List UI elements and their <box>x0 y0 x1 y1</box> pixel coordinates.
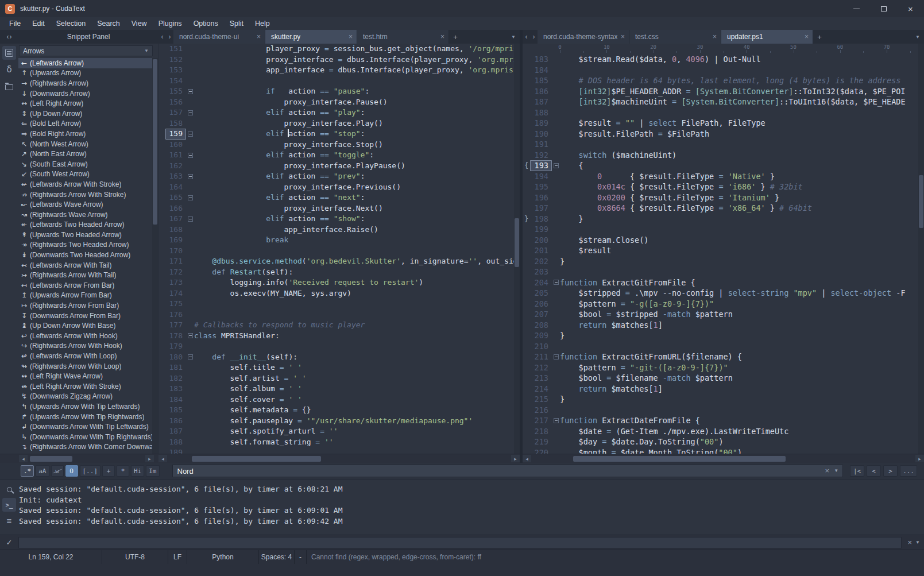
code-line[interactable]: 192 switch ($machineUint) <box>523 150 918 161</box>
validate-icon[interactable]: ✓ <box>0 538 18 547</box>
snippet-item[interactable]: ⇒(Bold Right Arrow) <box>18 129 152 139</box>
code-line[interactable]: 194 0 { $result.FileType = 'Native' } <box>523 171 918 182</box>
search-option-+[interactable]: + <box>102 465 115 477</box>
snippet-item[interactable]: ↮(Left Right Arrow With Stroke) <box>18 381 152 392</box>
code-line[interactable]: 190 $result.FilePath = $FilePath <box>523 129 918 140</box>
snippet-item[interactable]: ↑(Upwards Arrow) <box>18 68 152 79</box>
search-history-icon[interactable]: ▼ <box>834 468 838 473</box>
scroll-left-icon[interactable]: ◂ <box>19 455 28 462</box>
snippet-item[interactable]: ↥(Upwards Arrow From Bar) <box>18 291 152 301</box>
search-option-aA[interactable]: aA <box>36 465 49 477</box>
snippet-item[interactable]: ↬(Rightwards Arrow With Loop) <box>18 361 152 372</box>
code-line[interactable]: 189 <box>158 447 514 454</box>
code-line[interactable]: 187 self.spotify_arturl = '' <box>158 426 514 437</box>
scroll-left-icon[interactable]: ◂ <box>523 455 531 462</box>
sidebar-vscrollbar[interactable] <box>152 58 158 454</box>
tab-scroll-left-icon[interactable]: ‹ <box>158 30 166 44</box>
snippet-item[interactable]: ↭(Left Right Wave Arrow) <box>18 371 152 381</box>
code-line[interactable]: 199 <box>523 224 918 235</box>
search-option-*[interactable]: * <box>117 465 129 477</box>
code-line[interactable]: 165 elif action == "next": <box>158 192 514 203</box>
code-line[interactable]: 181 self.title = ' ' <box>158 362 514 373</box>
code-line[interactable]: 186 self.pauseplay = '"/usr/share/skutte… <box>158 416 514 427</box>
snippet-item[interactable]: ↜(Leftwards Wave Arrow) <box>18 199 152 210</box>
snippet-item[interactable]: ↢(Leftwards Arrow With Tail) <box>18 260 152 270</box>
new-tab-button[interactable]: + <box>813 30 826 44</box>
panel-close-icon[interactable]: × <box>907 538 912 547</box>
code-line[interactable]: 174 os.execv(MY_NAME, sys.argv) <box>158 288 514 299</box>
code-line[interactable]: 167 elif action == "show": <box>158 214 514 225</box>
tab-scroll-left-icon[interactable]: ‹ <box>523 30 530 44</box>
fold-marker-icon[interactable] <box>554 163 559 168</box>
menu-file[interactable]: File <box>3 17 26 30</box>
code-line[interactable]: 157 elif action == "play": <box>158 107 514 118</box>
scroll-left-icon[interactable]: ◂ <box>158 455 167 462</box>
snippet-item[interactable]: ↝(Rightwards Wave Arrow) <box>18 210 152 220</box>
code-area-powershell[interactable]: 183 $stream.Read($data, 0, 4096) | Out-N… <box>523 54 918 454</box>
menu-options[interactable]: Options <box>188 17 224 30</box>
snippet-item[interactable]: ↣(Rightwards Arrow With Tail) <box>18 270 152 280</box>
code-area-python[interactable]: 151 player_proxy = session_bus.get_objec… <box>158 44 514 454</box>
search-option-[..][interactable]: [..] <box>80 465 101 477</box>
code-line[interactable]: 207 $bool = $stripped -match $pattern <box>523 309 918 320</box>
menu-plugins[interactable]: Plugins <box>153 17 188 30</box>
sidebar-hscrollbar[interactable]: ◂ ▸ <box>0 454 158 463</box>
snippet-item[interactable]: ↩(Leftwards Arrow With Hook) <box>18 331 152 341</box>
menu-help[interactable]: Help <box>249 17 276 30</box>
code-line[interactable]: 197 0x8664 { $result.FileType = 'x86_64'… <box>523 203 918 214</box>
editor-vscrollbar[interactable] <box>514 44 520 454</box>
code-line[interactable]: 184 <box>523 65 918 76</box>
scroll-thumb[interactable] <box>515 218 519 267</box>
fold-marker-icon[interactable] <box>554 418 559 423</box>
snippet-item[interactable]: ↲(Downwards Arrow With Tip Leftwards) <box>18 422 152 432</box>
search-nav-button-0[interactable]: |< <box>850 465 864 477</box>
search-option-w[interactable]: w <box>51 465 64 477</box>
code-line[interactable]: 166 proxy_interface.Next() <box>158 203 514 214</box>
code-line[interactable]: 168 app_interface.Raise() <box>158 225 514 235</box>
snippet-item[interactable]: ↳(Downwards Arrow With Tip Rightwards) <box>18 432 152 442</box>
code-line[interactable]: 151 player_proxy = session_bus.get_objec… <box>158 44 514 55</box>
code-line[interactable]: 214 return $matches[1] <box>523 384 918 395</box>
menu-selection[interactable]: Selection <box>51 17 91 30</box>
code-line[interactable]: 176 <box>158 310 514 320</box>
snippet-item[interactable]: ↔(Left Right Arrow) <box>18 98 152 109</box>
code-line[interactable]: 219 $day = $date.Day.ToString("00") <box>523 436 918 447</box>
snippet-item[interactable]: ↤(Leftwards Arrow From Bar) <box>18 280 152 291</box>
tab-close-icon[interactable]: × <box>709 33 717 41</box>
tab-scroll-right-icon[interactable]: › <box>166 30 173 44</box>
snippet-item[interactable]: ↯(Downwards Zigzag Arrow) <box>18 392 152 402</box>
code-line[interactable]: 184 self.cover = ' ' <box>158 395 514 405</box>
code-line[interactable]: 188 self.format_string = '' <box>158 437 514 448</box>
tab-list-menu-icon[interactable]: ▼ <box>507 30 520 44</box>
code-line[interactable]: 175 <box>158 299 514 310</box>
delta-plugin-icon[interactable]: δ <box>2 63 16 76</box>
code-line[interactable]: 178class MPRISHandler: <box>158 331 514 342</box>
snippet-item[interactable]: ↨(Up Down Arrow With Base) <box>18 320 152 331</box>
code-line[interactable]: 195 0x014c { $result.FileType = 'i686' }… <box>523 181 918 192</box>
snippet-item[interactable]: ↙(South West Arrow) <box>18 169 152 180</box>
code-line[interactable]: 159 elif action == "stop": <box>158 129 514 140</box>
snippet-item[interactable]: ↵(Downwards Arrow With Corner Leftwar <box>18 452 152 454</box>
code-line[interactable]: 152 proxy_interface = dbus.Interface(pla… <box>158 55 514 65</box>
project-manager-icon[interactable] <box>2 79 16 93</box>
new-tab-button[interactable]: + <box>449 30 462 44</box>
fold-marker-icon[interactable] <box>188 153 193 158</box>
tab-updater.ps1[interactable]: updater.ps1× <box>721 30 813 44</box>
snippet-item[interactable]: →(Rightwards Arrow) <box>18 78 152 88</box>
code-line[interactable]: 204function ExtractGitFromFile { <box>523 277 918 288</box>
fold-marker-icon[interactable] <box>188 354 193 359</box>
code-line[interactable]: 206 $pattern = "-g([a-z0-9-]{7})" <box>523 299 918 310</box>
output-tab-icon[interactable]: ≡ <box>2 513 16 527</box>
snippet-item[interactable]: ↘(South East Arrow) <box>18 159 152 169</box>
menu-search[interactable]: Search <box>91 17 126 30</box>
code-line[interactable]: 154 <box>158 76 514 87</box>
code-line[interactable]: 210 <box>523 341 918 352</box>
code-line[interactable]: 216 <box>523 405 918 416</box>
tab-close-icon[interactable]: × <box>437 33 444 41</box>
snippet-item[interactable]: ↕(Up Down Arrow) <box>18 109 152 119</box>
code-line[interactable]: }198 } <box>523 214 918 225</box>
code-line[interactable]: 182 self.artist = ' ' <box>158 373 514 384</box>
search-option-.*[interactable]: .* <box>21 465 34 477</box>
scroll-thumb[interactable] <box>573 456 786 462</box>
scroll-thumb[interactable] <box>919 175 923 228</box>
